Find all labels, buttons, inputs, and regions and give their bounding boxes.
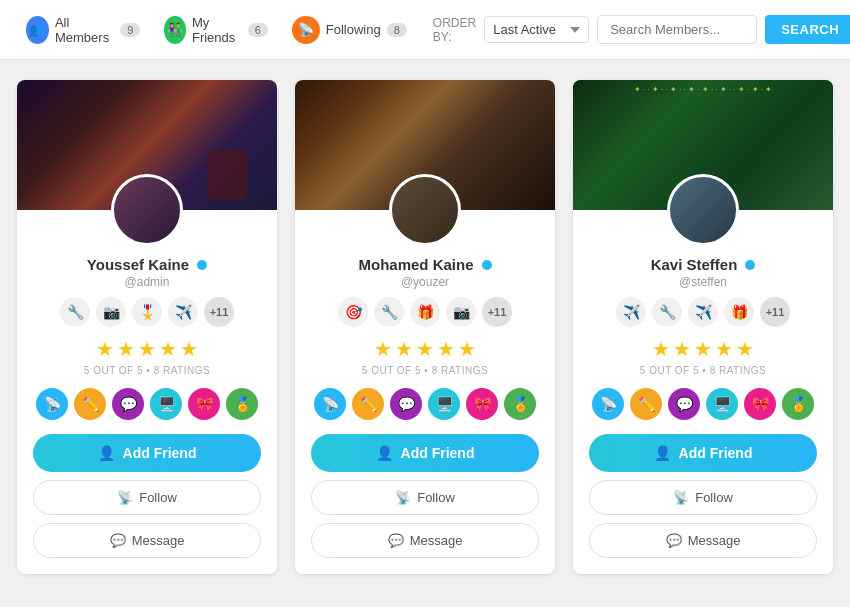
message-button[interactable]: 💬 Message	[33, 523, 261, 558]
all-members-count: 9	[120, 23, 140, 37]
verified-badge	[197, 260, 207, 270]
tab-my-friends[interactable]: 👫 My Friends 6	[154, 9, 277, 51]
message-button[interactable]: 💬 Message	[311, 523, 539, 558]
badges-row: 🔧📷🎖️✈️+11	[48, 297, 246, 327]
search-input[interactable]	[597, 15, 757, 44]
member-name: Mohamed Kaine	[358, 256, 491, 273]
badge-2: ✈️	[688, 297, 718, 327]
member-name: Youssef Kaine	[87, 256, 207, 273]
action-icon-4[interactable]: 🎀	[188, 388, 220, 420]
add-friend-label: Add Friend	[123, 445, 197, 461]
stars-row: ★★★★★	[652, 337, 754, 361]
avatar	[111, 174, 183, 246]
message-button[interactable]: 💬 Message	[589, 523, 817, 558]
add-friend-button[interactable]: 👤 Add Friend	[311, 434, 539, 472]
badge-0: 🎯	[338, 297, 368, 327]
add-friend-icon: 👤	[654, 445, 671, 461]
follow-icon: 📡	[395, 490, 411, 505]
card-actions: 👤 Add Friend 📡 Follow 💬 Message	[17, 434, 277, 574]
action-icon-5[interactable]: 🏅	[782, 388, 814, 420]
action-icons-row: 📡✏️💬🖥️🎀🏅	[580, 388, 826, 420]
add-friend-label: Add Friend	[401, 445, 475, 461]
members-grid: Youssef Kaine @admin 🔧📷🎖️✈️+11 ★★★★★ 5 O…	[0, 60, 850, 594]
action-icon-3[interactable]: 🖥️	[150, 388, 182, 420]
message-label: Message	[132, 533, 185, 548]
member-name: Kavi Steffen	[651, 256, 756, 273]
order-by-label: ORDER BY:	[433, 16, 476, 44]
add-friend-label: Add Friend	[679, 445, 753, 461]
star-2: ★	[117, 337, 135, 361]
action-icon-5[interactable]: 🏅	[504, 388, 536, 420]
stars-row: ★★★★★	[96, 337, 198, 361]
my-friends-count: 6	[248, 23, 268, 37]
badge-1: 🔧	[374, 297, 404, 327]
member-handle: @youzer	[401, 275, 449, 289]
action-icons-row: 📡✏️💬🖥️🎀🏅	[302, 388, 548, 420]
follow-icon: 📡	[117, 490, 133, 505]
add-friend-button[interactable]: 👤 Add Friend	[589, 434, 817, 472]
badge-more: +11	[204, 297, 234, 327]
message-icon: 💬	[666, 533, 682, 548]
badges-row: 🎯🔧🎁📷+11	[326, 297, 524, 327]
star-1: ★	[652, 337, 670, 361]
action-icon-4[interactable]: 🎀	[744, 388, 776, 420]
rating-text: 5 OUT OF 5 • 8 RATINGS	[640, 365, 766, 376]
follow-button[interactable]: 📡 Follow	[311, 480, 539, 515]
verified-badge	[482, 260, 492, 270]
action-icon-0[interactable]: 📡	[36, 388, 68, 420]
rating-text: 5 OUT OF 5 • 8 RATINGS	[362, 365, 488, 376]
member-card-youssef-kaine: Youssef Kaine @admin 🔧📷🎖️✈️+11 ★★★★★ 5 O…	[17, 80, 277, 574]
star-1: ★	[374, 337, 392, 361]
action-icon-4[interactable]: 🎀	[466, 388, 498, 420]
star-5: ★	[180, 337, 198, 361]
badge-3: 📷	[446, 297, 476, 327]
star-3: ★	[416, 337, 434, 361]
order-by-select[interactable]: Last Active Newest Alphabetical Online	[484, 16, 589, 43]
badge-0: ✈️	[616, 297, 646, 327]
message-icon: 💬	[388, 533, 404, 548]
all-members-label: All Members	[55, 15, 114, 45]
star-1: ★	[96, 337, 114, 361]
star-2: ★	[395, 337, 413, 361]
action-icon-1[interactable]: ✏️	[630, 388, 662, 420]
action-icon-2[interactable]: 💬	[390, 388, 422, 420]
action-icon-2[interactable]: 💬	[668, 388, 700, 420]
badge-1: 📷	[96, 297, 126, 327]
action-icon-2[interactable]: 💬	[112, 388, 144, 420]
follow-label: Follow	[695, 490, 733, 505]
follow-label: Follow	[139, 490, 177, 505]
badge-0: 🔧	[60, 297, 90, 327]
my-friends-icon: 👫	[164, 16, 186, 44]
follow-label: Follow	[417, 490, 455, 505]
card-actions: 👤 Add Friend 📡 Follow 💬 Message	[573, 434, 833, 574]
following-label: Following	[326, 22, 381, 37]
tab-all-members[interactable]: 👥 All Members 9	[16, 9, 150, 51]
action-icon-1[interactable]: ✏️	[74, 388, 106, 420]
badges-row: ✈️🔧✈️🎁+11	[604, 297, 802, 327]
action-icon-0[interactable]: 📡	[592, 388, 624, 420]
avatar	[389, 174, 461, 246]
follow-icon: 📡	[673, 490, 689, 505]
badge-2: 🎁	[410, 297, 440, 327]
star-4: ★	[437, 337, 455, 361]
action-icon-3[interactable]: 🖥️	[428, 388, 460, 420]
top-bar: 👥 All Members 9 👫 My Friends 6 📡 Followi…	[0, 0, 850, 60]
action-icon-0[interactable]: 📡	[314, 388, 346, 420]
follow-button[interactable]: 📡 Follow	[33, 480, 261, 515]
following-count: 8	[387, 23, 407, 37]
action-icon-1[interactable]: ✏️	[352, 388, 384, 420]
search-button[interactable]: SEARCH	[765, 15, 850, 44]
action-icon-5[interactable]: 🏅	[226, 388, 258, 420]
star-4: ★	[715, 337, 733, 361]
badge-3: 🎁	[724, 297, 754, 327]
add-friend-button[interactable]: 👤 Add Friend	[33, 434, 261, 472]
tab-following[interactable]: 📡 Following 8	[282, 10, 417, 50]
follow-button[interactable]: 📡 Follow	[589, 480, 817, 515]
badge-1: 🔧	[652, 297, 682, 327]
member-card-mohamed-kaine: Mohamed Kaine @youzer 🎯🔧🎁📷+11 ★★★★★ 5 OU…	[295, 80, 555, 574]
star-4: ★	[159, 337, 177, 361]
action-icon-3[interactable]: 🖥️	[706, 388, 738, 420]
badge-more: +11	[482, 297, 512, 327]
badge-more: +11	[760, 297, 790, 327]
my-friends-label: My Friends	[192, 15, 242, 45]
